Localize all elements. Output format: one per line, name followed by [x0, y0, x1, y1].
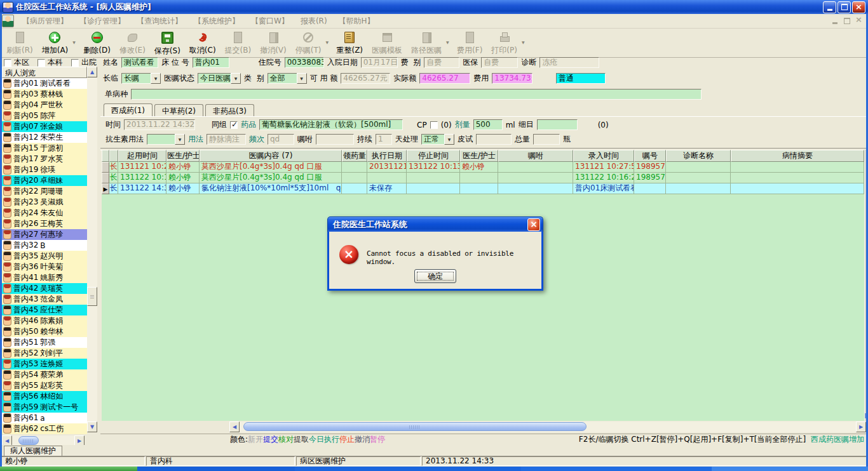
single-disease-field[interactable]	[131, 89, 702, 100]
dropdown-arrow-icon[interactable]	[446, 30, 452, 54]
patient-list-item[interactable]: 普内32B	[2, 240, 87, 251]
patient-list-item[interactable]: 普内56林绍如	[2, 391, 87, 402]
tab-item[interactable]: 中草药(2)	[154, 104, 203, 117]
patient-list-item[interactable]: 普内54蔡荣弟	[2, 369, 87, 380]
order-stop-doctor[interactable]	[460, 173, 498, 183]
process-select[interactable]: 正常	[421, 134, 454, 145]
skin-test-field[interactable]	[476, 134, 512, 145]
taskbar-start-segment[interactable]	[0, 467, 137, 471]
sidebar-vertical-scrollbar[interactable]	[87, 77, 97, 421]
drug-checkbox[interactable]	[230, 121, 238, 129]
order-status-select[interactable]: 今日医嘱	[198, 73, 241, 84]
patient-list-item[interactable]: 普内46陈素娟	[2, 315, 87, 326]
patient-list-item[interactable]: 普内53连焕姬	[2, 359, 87, 369]
order-note[interactable]	[498, 162, 573, 173]
order-stop-time[interactable]: 131122 10:13	[407, 162, 460, 173]
detail-field[interactable]	[537, 119, 578, 130]
scroll-left-icon[interactable]	[229, 421, 240, 432]
row-indicator[interactable]	[102, 183, 109, 194]
patient-list-item[interactable]: 普内62cs工伤	[2, 423, 87, 434]
order-quantity[interactable]	[342, 173, 367, 183]
order-exec-date[interactable]: 20131121	[367, 162, 407, 173]
patient-list-item[interactable]: 普内55赵彩英	[2, 380, 87, 391]
order-stop-time[interactable]	[407, 183, 460, 194]
patient-list-item[interactable]: 普内15于源初	[2, 143, 87, 154]
order-stop-time[interactable]	[407, 173, 460, 183]
order-doctor[interactable]: 赖小铮	[166, 162, 200, 173]
order-entry-time[interactable]: 131122 10:16:20	[573, 173, 634, 183]
total-field[interactable]	[533, 134, 560, 145]
dialog-title-bar[interactable]: 住院医生工作站系统	[327, 216, 543, 232]
row-indicator[interactable]	[102, 173, 109, 183]
patient-list-item[interactable]: 普内01测试看看	[2, 78, 87, 89]
patient-list-item[interactable]: 普内59测试卡一号	[2, 402, 87, 413]
sidebar-scroll-down-icon[interactable]	[87, 421, 97, 432]
order-start-time[interactable]: 131122 14:32	[118, 183, 166, 194]
order-entry-time[interactable]: 131121 10:27:51	[573, 162, 634, 173]
sidebar-scrollbar-thumb[interactable]	[87, 287, 97, 306]
order-stop-doctor[interactable]: 赖小铮	[460, 162, 498, 173]
menu-item[interactable]: 【帮助H】	[333, 14, 381, 28]
dose-field[interactable]: 500	[473, 119, 503, 130]
mdi-restore-icon[interactable]	[843, 17, 851, 25]
patient-list-item[interactable]: 普内36叶美菊	[2, 262, 87, 272]
patient-list-item[interactable]: 普内04严世秋	[2, 100, 87, 110]
order-content[interactable]: 氯化钠注射液[10%*10ml*5支]10ml qd 静脉滴注	[200, 183, 342, 194]
tab-active[interactable]: 西成药(1)	[104, 103, 153, 116]
row-indicator[interactable]	[102, 162, 109, 173]
patient-list-item[interactable]: 普内27何惠珍	[2, 229, 87, 240]
usage-field[interactable]: 静脉滴注	[207, 134, 246, 145]
order-exec-date[interactable]	[367, 173, 407, 183]
order-summary[interactable]	[731, 173, 864, 183]
mdi-minimize-icon[interactable]	[831, 17, 840, 25]
scrollbar-thumb[interactable]	[18, 436, 39, 445]
menu-item[interactable]: 【系统维护】	[188, 14, 245, 28]
toolbar-add-button[interactable]: 增加(A)	[37, 30, 73, 56]
order-summary[interactable]	[731, 183, 864, 194]
order-diagnosis[interactable]	[666, 162, 731, 173]
time-field[interactable]: 2013.11.22 14:32	[124, 119, 195, 130]
order-order-no[interactable]: 19895730	[634, 173, 666, 183]
patient-list-item[interactable]: 普内50赖华林	[2, 326, 87, 337]
duration-field[interactable]: 1	[376, 134, 392, 145]
order-note[interactable]	[498, 173, 573, 183]
toolbar-save-button[interactable]: 保存(S)	[150, 30, 185, 56]
menu-item[interactable]: 【诊疗管理】	[74, 14, 131, 28]
order-quantity[interactable]	[342, 162, 367, 173]
tab-patient-order-maintenance[interactable]: 病人医嘱维护	[4, 446, 62, 456]
antibiotic-select[interactable]	[147, 134, 185, 145]
tab-item[interactable]: 非药品(3)	[205, 104, 254, 117]
patient-name-field[interactable]: 测试看看	[121, 57, 158, 68]
drug-name-field[interactable]: 葡萄糖氯化钠注射液（软袋）[500ml]	[259, 119, 403, 130]
order-order-no[interactable]	[634, 183, 666, 194]
patient-list-item[interactable]: 普内41姚新秀	[2, 272, 87, 283]
diagnosis-field[interactable]: 冻疮	[539, 57, 599, 68]
order-start-time[interactable]: 131122 10:18	[118, 173, 166, 183]
dropdown-arrow-icon[interactable]	[72, 30, 79, 54]
patient-list-item[interactable]: 普内26王梅英	[2, 218, 87, 229]
order-term[interactable]: 长	[109, 162, 118, 173]
patient-list-item[interactable]: 普内22周珊珊	[2, 186, 87, 197]
menu-item[interactable]: 【窗口W】	[245, 14, 295, 28]
admission-date-field[interactable]: 01月17日	[361, 57, 398, 68]
close-button[interactable]	[852, 1, 865, 13]
order-exec-date[interactable]: 未保存	[367, 183, 407, 194]
order-order-no[interactable]: 19895726	[634, 162, 666, 173]
patient-list-item[interactable]: 普内61a	[2, 413, 87, 423]
menu-item[interactable]: 报表(R)	[295, 14, 333, 28]
toolbar-delete-button[interactable]: 删除(D)	[79, 30, 115, 56]
order-stop-doctor[interactable]	[460, 183, 498, 194]
patient-list-item[interactable]: 普内05陈萍	[2, 110, 87, 121]
order-diagnosis[interactable]	[666, 173, 731, 183]
dropdown-arrow-icon[interactable]	[325, 30, 332, 54]
patient-list-item[interactable]: 普内51郭强	[2, 337, 87, 348]
order-summary[interactable]	[731, 162, 864, 173]
toolbar-cancel-button[interactable]: 取消(C)	[185, 30, 220, 56]
patient-list-item[interactable]: 普内20卓细妹	[2, 175, 87, 186]
bed-field[interactable]: 普内01	[193, 57, 229, 68]
order-doctor[interactable]: 赖小铮	[166, 183, 200, 194]
patient-list-item[interactable]: 普内45应仕荣	[2, 305, 87, 315]
ok-button[interactable]: 确定	[414, 269, 456, 283]
chevron-down-icon[interactable]	[444, 134, 454, 145]
order-quantity[interactable]	[342, 183, 367, 194]
